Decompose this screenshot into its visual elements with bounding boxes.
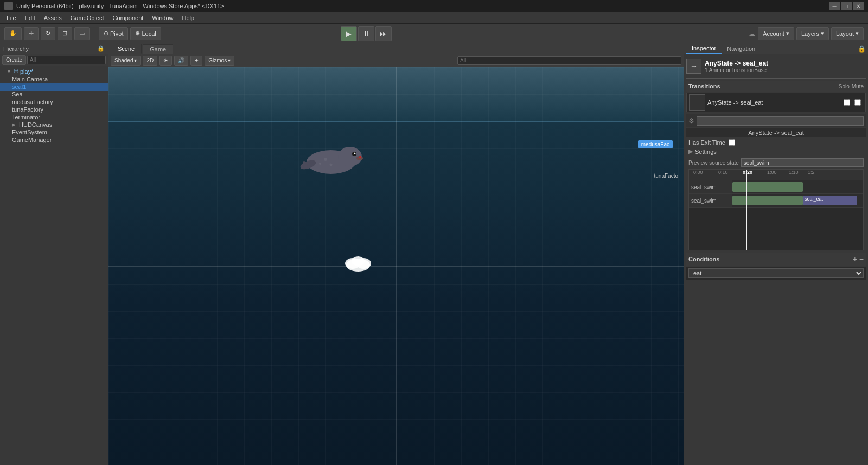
create-button[interactable]: Create <box>2 55 26 65</box>
play-button[interactable]: ▶ <box>341 26 357 41</box>
hier-item-main-camera[interactable]: Main Camera <box>0 75 108 83</box>
gizmos-button[interactable]: Gizmos ▾ <box>205 56 234 66</box>
unity-icon <box>4 2 13 10</box>
move-tool[interactable]: ✛ <box>24 27 39 40</box>
hier-label-tuna-factory: tunaFactory <box>12 106 43 113</box>
pause-button[interactable]: ⏸ <box>358 26 374 41</box>
cloud-sprite <box>342 251 374 273</box>
layers-button[interactable]: Layers ▾ <box>796 27 829 40</box>
hand-tool[interactable]: ✋ <box>4 27 22 40</box>
layout-button[interactable]: Layout ▾ <box>831 27 864 40</box>
timeline-bar-eat-label: seal_eat <box>803 196 857 202</box>
transitions-header: Transitions Solo Mute <box>686 81 866 92</box>
rect-tool[interactable]: ▭ <box>74 27 90 40</box>
step-button[interactable]: ⏭ <box>375 26 392 41</box>
hierarchy-lock[interactable]: 🔒 <box>97 45 105 52</box>
has-exit-time-label: Has Exit Time <box>688 139 725 146</box>
settings-row[interactable]: ▶ Settings <box>686 147 866 156</box>
2d-button[interactable]: 2D <box>143 56 157 66</box>
hier-item-medusa-factory[interactable]: medusaFactory <box>0 98 108 106</box>
menu-help[interactable]: Help <box>177 14 199 22</box>
tab-scene[interactable]: Scene <box>111 44 142 54</box>
audio-button[interactable]: 🔊 <box>174 56 188 66</box>
settings-label: Settings <box>695 148 717 155</box>
preview-source-input[interactable] <box>741 158 864 167</box>
rotate-tool[interactable]: ↻ <box>41 27 55 40</box>
svg-point-8 <box>319 163 321 165</box>
timeline-bar-eat: seal_eat <box>803 196 857 205</box>
timeline-area: 0:00 0:10 0:20 1:00 1:10 1:2 seal_swim <box>688 169 864 250</box>
menu-assets[interactable]: Assets <box>40 14 66 22</box>
hier-label-main-camera: Main Camera <box>12 76 48 82</box>
transition-icon: → <box>686 59 701 74</box>
timeline-ruler: 0:00 0:10 0:20 1:00 1:10 1:2 <box>689 170 863 180</box>
condition-eat-dropdown[interactable]: eat <box>688 268 864 278</box>
inspector-title-text: AnyState -> seal_eat 1 AnimatorTransitio… <box>705 60 768 73</box>
hierarchy-title: Hierarchy <box>3 46 29 52</box>
hierarchy-content: ▼ ⛁ play* Main Camera seal1 Sea medusaFa… <box>0 66 108 465</box>
hierarchy-panel: Hierarchy 🔒 Create ▼ ⛁ play* Main Camera… <box>0 43 108 465</box>
scene-view[interactable]: medusaFac tunaFacto <box>108 67 684 465</box>
transitions-label: Transitions <box>688 83 720 89</box>
scale-tool[interactable]: ⊡ <box>58 27 72 40</box>
ruler-mark-0: 0:00 <box>693 170 703 175</box>
inspector-lock-icon[interactable]: 🔒 <box>858 45 866 53</box>
view-tabs: Scene Game <box>108 43 684 54</box>
transition-mute-check[interactable] <box>854 99 861 106</box>
menu-gameobject[interactable]: GameObject <box>66 14 108 22</box>
medusa-factory-label: medusaFac <box>638 140 673 148</box>
menu-component[interactable]: Component <box>108 14 148 22</box>
transition-item-anystate-eat[interactable]: AnyState -> seal_eat <box>686 93 866 112</box>
hier-label-terminator: Terminator <box>12 114 40 120</box>
scene-icon: ⛁ <box>14 68 18 75</box>
hier-item-tuna-factory[interactable]: tunaFactory <box>0 106 108 113</box>
menu-file[interactable]: File <box>2 14 21 22</box>
ruler-mark-5: 1:2 <box>808 170 815 175</box>
scene-search[interactable] <box>457 56 681 65</box>
svg-point-6 <box>324 158 327 161</box>
window-controls[interactable]: ─ □ ✕ <box>829 2 864 10</box>
pivot-button[interactable]: ⊙ Pivot <box>99 27 128 40</box>
menu-window[interactable]: Window <box>148 14 177 22</box>
transition-name-input[interactable] <box>697 116 864 126</box>
center-area: Scene Game Shaded ▾ 2D ☀ 🔊 ✦ Gizmos ▾ <box>108 43 684 465</box>
hier-item-hud-canvas[interactable]: ▶ HUDCanvas <box>0 121 108 128</box>
svg-point-13 <box>352 256 365 266</box>
solo-mute-labels: Solo Mute <box>839 83 864 89</box>
hier-item-sea[interactable]: Sea <box>0 91 108 98</box>
tab-inspector[interactable]: Inspector <box>686 44 722 54</box>
tab-game[interactable]: Game <box>143 44 173 54</box>
scene-grid <box>108 67 684 465</box>
local-button[interactable]: ⊕ Local <box>130 27 161 40</box>
close-button[interactable]: ✕ <box>853 2 864 10</box>
menu-edit[interactable]: Edit <box>21 14 40 22</box>
conditions-add-button[interactable]: + <box>853 255 857 263</box>
fx-button[interactable]: ✦ <box>190 56 202 66</box>
hier-item-seal1[interactable]: seal1 <box>0 83 108 91</box>
ruler-mark-4: 1:10 <box>789 170 799 175</box>
shading-dropdown[interactable]: Shaded ▾ <box>111 56 141 66</box>
transition-details-section: ⚙ AnyState -> seal_eat Has Exit Time ▶ S… <box>686 114 866 156</box>
minimize-button[interactable]: ─ <box>829 2 840 10</box>
conditions-remove-button[interactable]: − <box>859 255 864 263</box>
transition-solo-check[interactable] <box>844 99 850 106</box>
hier-label-seal1: seal1 <box>12 83 26 90</box>
inspector-sub-title: 1 AnimatorTransitionBase <box>705 67 768 73</box>
hier-item-game-manager[interactable]: GameManager <box>0 136 108 144</box>
transition-label-center: AnyState -> seal_eat <box>686 128 866 137</box>
preview-source-row: Preview source state <box>688 158 864 167</box>
has-exit-time-checkbox[interactable] <box>729 139 735 146</box>
inspector-main-title: AnyState -> seal_eat <box>705 60 768 67</box>
hierarchy-search[interactable] <box>27 56 106 64</box>
hier-item-terminator[interactable]: Terminator <box>0 113 108 121</box>
transitions-section: Transitions Solo Mute AnyState -> seal_e… <box>686 81 866 112</box>
hier-item-event-system[interactable]: EventSystem <box>0 128 108 136</box>
maximize-button[interactable]: □ <box>841 2 852 10</box>
tab-navigation[interactable]: Navigation <box>722 44 761 53</box>
hier-item-play[interactable]: ▼ ⛁ play* <box>0 67 108 75</box>
settings-gear-icon[interactable]: ⚙ <box>688 117 694 125</box>
account-button[interactable]: Account ▾ <box>758 27 794 40</box>
tuna-factory-label: tunaFacto <box>654 173 678 179</box>
lighting-button[interactable]: ☀ <box>159 56 172 66</box>
hier-arrow-play: ▼ <box>7 69 12 74</box>
